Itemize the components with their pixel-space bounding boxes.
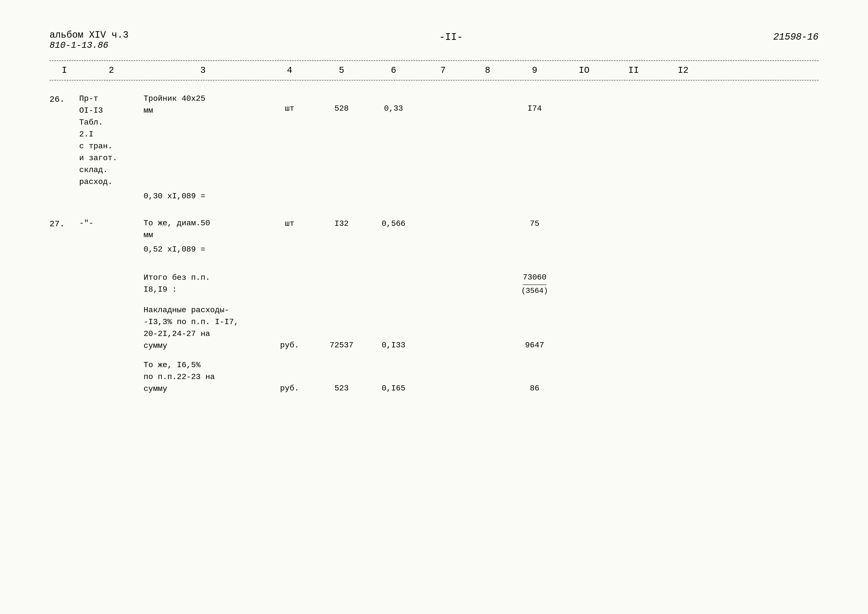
total-row-itogo: Итого без п.п. I8,I9 : 73060 (3564) bbox=[50, 271, 818, 296]
col-header-6: 6 bbox=[366, 65, 421, 76]
entry-26-formula: 0,30 хI,089 = bbox=[144, 190, 205, 203]
col-header-2: 2 bbox=[79, 65, 144, 76]
col-header-3: 3 bbox=[144, 65, 262, 76]
nakladnye-qty: 72537 bbox=[317, 339, 366, 352]
doc-number: 21598-16 bbox=[773, 32, 818, 42]
tozhe-value: 86 bbox=[510, 382, 560, 395]
entry-26-total: I74 bbox=[510, 93, 560, 115]
entry-26-ref: Пр-т ОI-I3 Табл. 2.I с тран. и загот. ск… bbox=[79, 93, 144, 188]
entry-27-formula-spacer2 bbox=[79, 243, 144, 256]
tozhe-label: То же, I6,5% по п.п.22-23 на сумму bbox=[144, 359, 262, 395]
nakladnye-value: 9647 bbox=[510, 339, 560, 352]
entry-27-desc: То же, диам.50 мм bbox=[144, 217, 262, 241]
entry-27-total: 75 bbox=[510, 217, 560, 230]
nakladnye-price: 0,I33 bbox=[366, 339, 421, 352]
entry-26: 26. Пр-т ОI-I3 Табл. 2.I с тран. и загот… bbox=[50, 93, 818, 203]
entry-26-qty: 528 bbox=[317, 93, 366, 115]
itogo-value: 73060 (3564) bbox=[510, 271, 560, 296]
col-header-12: I2 bbox=[658, 65, 708, 76]
col-header-8: 8 bbox=[465, 65, 510, 76]
page: альбом XIV ч.3 810-1-13.86 -II- 21598-16… bbox=[0, 0, 868, 614]
entry-26-num: 26. bbox=[50, 93, 79, 106]
entry-27-ref: -"- bbox=[79, 217, 144, 229]
entry-26-formula-row: 0,30 хI,089 = bbox=[50, 190, 818, 203]
page-number: -II- bbox=[439, 32, 463, 43]
itogo-main-value: 73060 bbox=[523, 271, 547, 285]
col-header-9: 9 bbox=[510, 65, 560, 76]
entry-26-row1: 26. Пр-т ОI-I3 Табл. 2.I с тран. и загот… bbox=[50, 93, 818, 188]
entry-26-unit: шт bbox=[262, 93, 317, 115]
col-header-7: 7 bbox=[421, 65, 465, 76]
entry-26-formula-spacer2 bbox=[79, 190, 144, 203]
col-header-11: II bbox=[609, 65, 658, 76]
tozhe-qty: 523 bbox=[317, 382, 366, 395]
itogo-paren-value: (3564) bbox=[510, 285, 560, 297]
album-info: альбом XIV ч.3 810-1-13.86 bbox=[50, 30, 129, 51]
entry-27-formula-spacer1 bbox=[50, 243, 79, 256]
entry-26-price: 0,33 bbox=[366, 93, 421, 115]
itogo-label: Итого без п.п. I8,I9 : bbox=[144, 272, 262, 296]
total-row-tozhe: То же, I6,5% по п.п.22-23 на сумму руб. … bbox=[50, 359, 818, 395]
col-header-1: I bbox=[50, 65, 79, 76]
entry-27-qty: I32 bbox=[317, 217, 366, 230]
entry-26-formula-spacer1 bbox=[50, 190, 79, 203]
content-area: 26. Пр-т ОI-I3 Табл. 2.I с тран. и загот… bbox=[50, 93, 818, 395]
tozhe-price: 0,I65 bbox=[366, 382, 421, 395]
entry-27-formula-row: 0,52 хI,089 = bbox=[50, 243, 818, 256]
entry-27-price: 0,566 bbox=[366, 217, 421, 230]
entry-27: 27. -"- То же, диам.50 мм шт I32 0,566 7… bbox=[50, 217, 818, 256]
totals-section: Итого без п.п. I8,I9 : 73060 (3564) Нак bbox=[50, 271, 818, 395]
album-code: 810-1-13.86 bbox=[50, 40, 129, 51]
header-area: альбом XIV ч.3 810-1-13.86 -II- 21598-16 bbox=[50, 30, 818, 51]
entry-27-row1: 27. -"- То же, диам.50 мм шт I32 0,566 7… bbox=[50, 217, 818, 241]
column-header-row: I 2 3 4 5 6 7 8 9 IO II I2 bbox=[50, 60, 818, 81]
nakladnye-unit: руб. bbox=[262, 339, 317, 352]
entry-27-unit: шт bbox=[262, 217, 317, 230]
entry-26-desc: Тройник 40х25 мм bbox=[144, 93, 262, 116]
col-header-5: 5 bbox=[317, 65, 366, 76]
col-header-10: IO bbox=[560, 65, 609, 76]
album-title: альбом XIV ч.3 bbox=[50, 30, 129, 40]
total-row-nakladnye: Накладные расходы- -I3,3% по п.п. I-I7, … bbox=[50, 304, 818, 352]
tozhe-unit: руб. bbox=[262, 382, 317, 395]
entry-27-num: 27. bbox=[50, 217, 79, 231]
entry-27-formula: 0,52 хI,089 = bbox=[144, 243, 205, 256]
nakladnye-label: Накладные расходы- -I3,3% по п.п. I-I7, … bbox=[144, 304, 262, 352]
col-header-4: 4 bbox=[262, 65, 317, 76]
